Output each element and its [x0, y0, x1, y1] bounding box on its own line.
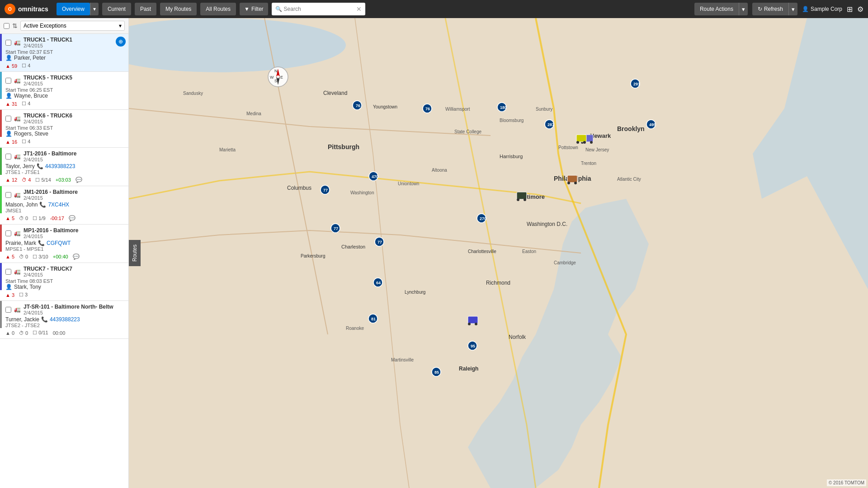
route-item[interactable]: 🚛 TRUCK5 - TRUCK5 2/4/2015 Start Time 06… — [0, 72, 128, 110]
route-checkbox[interactable] — [5, 40, 11, 46]
phone-icon: 📞 — [37, 163, 43, 169]
settings-button[interactable]: ⚙ — [857, 5, 863, 14]
truck-icon: 🚛 — [14, 39, 21, 46]
stop-count: ☐ 1/9 — [33, 216, 45, 221]
route-driver: Malson, John 📞 7XC4HX — [5, 202, 125, 208]
refresh-arrow[interactable]: ▾ — [788, 3, 797, 15]
company-label: Sample Corp — [811, 6, 842, 12]
comment-icon[interactable]: 💬 — [69, 215, 75, 221]
phone-link[interactable]: 4439388223 — [45, 163, 75, 169]
truck-icon: 🚛 — [14, 115, 21, 122]
driver-icon: 👤 — [5, 131, 12, 137]
search-clear-button[interactable]: ✕ — [356, 5, 362, 13]
logo-icon: O — [5, 4, 15, 14]
search-input[interactable] — [284, 6, 356, 12]
route-color-bar — [0, 301, 2, 328]
route-driver: 👤 Wayne, Bruce — [5, 93, 125, 99]
routes-panel-tab[interactable]: Routes — [129, 240, 141, 266]
overview-button[interactable]: Overview — [57, 3, 90, 15]
route-sub-id: JTSE2 - JTSE2 — [5, 323, 125, 328]
warning-count: ▲ 0 — [5, 330, 14, 336]
route-stats: ▲ 16 ☐ 4 — [5, 139, 125, 145]
refresh-group: ↻ Refresh ▾ — [752, 3, 797, 15]
select-all-checkbox[interactable] — [4, 23, 9, 29]
phone-link[interactable]: 4439388223 — [50, 316, 80, 323]
stop-count: ☐ 4 — [22, 101, 30, 107]
map-area[interactable]: Pittsburgh Columbus Cleveland Harrisburg… — [129, 18, 868, 488]
route-item[interactable]: 🚛 JM1-2016 - Baltimore 2/4/2015 Malson, … — [0, 186, 128, 225]
route-checkbox[interactable] — [5, 154, 11, 160]
svg-point-82 — [574, 182, 577, 184]
svg-text:Lynchburg: Lynchburg — [405, 290, 425, 295]
route-item[interactable]: 🚛 TRUCK6 - TRUCK6 2/4/2015 Start Time 06… — [0, 110, 128, 148]
svg-text:Martinsville: Martinsville — [391, 357, 414, 362]
route-driver: 👤 Rogers, Steve — [5, 131, 125, 137]
route-actions-group: Route Actions ▾ — [694, 3, 748, 15]
zoom-to-route-button[interactable]: ⊕ — [116, 37, 126, 47]
all-routes-button[interactable]: All Routes — [200, 3, 236, 15]
company-button[interactable]: 👤 Sample Corp — [802, 6, 842, 12]
route-item[interactable]: 🚛 JT1-2016 - Baltimore 2/4/2015 Taylor, … — [0, 148, 128, 186]
grid-view-button[interactable]: ⊞ — [847, 5, 853, 14]
route-color-bar — [0, 186, 2, 213]
route-checkbox[interactable] — [5, 192, 11, 198]
route-item[interactable]: 🚛 JT-SR-101 - Baltimore North- Beltw 2/4… — [0, 301, 128, 339]
search-icon: 🔍 — [275, 6, 282, 12]
overview-arrow[interactable]: ▾ — [90, 3, 99, 15]
refresh-icon: ↻ — [758, 6, 762, 12]
time-offset: +00:40 — [53, 254, 68, 259]
refresh-button[interactable]: ↻ Refresh — [752, 3, 788, 15]
route-driver: Turner, Jackie 📞 4439388223 — [5, 316, 125, 323]
overview-button-group: Overview ▾ — [57, 3, 99, 15]
route-date: 2/4/2015 — [24, 43, 72, 48]
route-color-bar — [0, 110, 2, 137]
svg-point-85 — [524, 198, 526, 201]
svg-point-84 — [517, 198, 519, 201]
svg-text:77: 77 — [323, 188, 328, 192]
svg-text:Charlottesville: Charlottesville — [468, 249, 496, 254]
filter-button[interactable]: ▼ Filter — [240, 3, 268, 15]
sort-icon[interactable]: ⇅ — [12, 22, 18, 29]
route-start-time: Start Time 02:37 EST — [5, 49, 125, 55]
svg-point-87 — [468, 323, 471, 325]
stop-count: ☐ 3/10 — [33, 254, 48, 260]
current-button[interactable]: Current — [102, 3, 131, 15]
route-sub-id: JTSE1 - JTSE1 — [5, 169, 125, 175]
past-button[interactable]: Past — [135, 3, 156, 15]
clock-count: ⏱ 0 — [19, 216, 28, 221]
filter-icon: ▼ — [244, 6, 250, 12]
route-actions-arrow[interactable]: ▾ — [739, 3, 748, 15]
route-checkbox[interactable] — [5, 269, 11, 275]
route-start-time: Start Time 06:33 EST — [5, 125, 125, 131]
refresh-label: Refresh — [764, 6, 783, 12]
truck-icon: 🚛 — [14, 153, 21, 160]
route-name: JT1-2016 - Baltimore — [24, 150, 76, 157]
route-sub-id: JMSE1 — [5, 208, 125, 213]
route-actions-button[interactable]: Route Actions — [694, 3, 739, 15]
route-checkbox[interactable] — [5, 116, 11, 122]
phone-link[interactable]: 7XC4HX — [48, 202, 69, 208]
route-checkbox[interactable] — [5, 230, 11, 236]
phone-link[interactable]: CGFQWT — [47, 240, 71, 246]
route-checkbox[interactable] — [5, 78, 11, 84]
svg-text:Atlantic City: Atlantic City — [617, 177, 641, 182]
warning-count: ▲ 59 — [5, 63, 17, 69]
route-stats: ▲ 12 ⏱ 4 ☐ 5/14 +03:03 💬 — [5, 177, 125, 183]
comment-icon[interactable]: 💬 — [73, 253, 80, 260]
warning-count: ▲ 5 — [5, 216, 14, 221]
stop-count: ☐ 3 — [19, 292, 28, 298]
route-checkbox[interactable] — [5, 307, 11, 313]
route-item[interactable]: 🚛 TRUCK7 - TRUCK7 2/4/2015 Start Time 08… — [0, 263, 128, 301]
top-navigation: O omnitracs Overview ▾ Current Past My R… — [0, 0, 868, 18]
route-stats: ▲ 0 ⏱ 0 ☐ 0/11 00:00 — [5, 330, 125, 336]
time-offset: 00:00 — [53, 330, 66, 336]
exceptions-dropdown[interactable]: Active Exceptions ▾ — [20, 21, 125, 31]
route-name: TRUCK1 - TRUCK1 — [24, 37, 72, 43]
route-item[interactable]: 🚛 MP1-2016 - Baltimore 2/4/2015 Prairie,… — [0, 225, 128, 263]
truck-icon: 🚛 — [14, 192, 21, 198]
comment-icon[interactable]: 💬 — [75, 177, 82, 183]
exceptions-dropdown-arrow: ▾ — [119, 23, 122, 29]
my-routes-button[interactable]: My Routes — [160, 3, 197, 15]
route-item[interactable]: ⊕ 🚛 TRUCK1 - TRUCK1 2/4/2015 Start Time … — [0, 34, 128, 72]
svg-text:Altoona: Altoona — [432, 168, 447, 173]
